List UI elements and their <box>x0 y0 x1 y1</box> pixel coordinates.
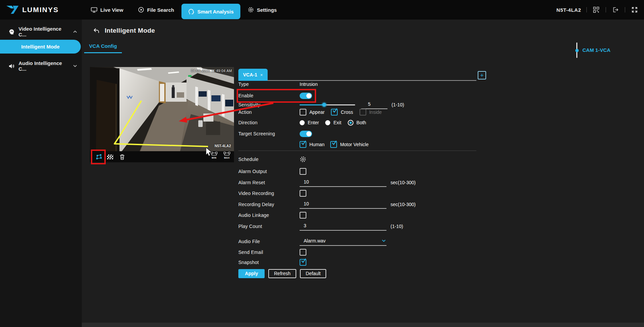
cross-checkbox[interactable]: Cross <box>331 109 353 116</box>
checkbox-box <box>300 190 306 197</box>
motor-vehicle-checkbox[interactable]: Motor Vehicle <box>330 141 369 148</box>
sensitivity-range: (1-10) <box>392 102 404 107</box>
nav-live-view[interactable]: Live View <box>83 0 131 20</box>
marker-dot-icon[interactable] <box>575 49 579 52</box>
video-recording-checkbox[interactable] <box>300 190 306 197</box>
recording-delay-unit: sec(10-300) <box>391 202 416 207</box>
logout-icon[interactable] <box>611 6 619 14</box>
max-size-button[interactable]: MAX <box>221 152 233 159</box>
both-radio[interactable]: Both <box>348 120 366 126</box>
nav-settings[interactable]: Settings <box>240 0 284 20</box>
enter-label: Enter <box>308 120 319 125</box>
inside-checkbox: Inside <box>360 109 382 116</box>
nav-smart-analysis-label: Smart Analysis <box>197 9 234 14</box>
checkbox-box-checked <box>331 109 338 116</box>
cam-1-vca-link[interactable]: CAM 1-VCA <box>582 47 610 53</box>
audio-file-label: Audio File <box>238 239 300 244</box>
alarm-reset-unit: sec(10-300) <box>391 180 416 185</box>
apply-button[interactable]: Apply <box>238 269 265 278</box>
audio-intelligence-icon <box>9 64 14 69</box>
nav-smart-analysis[interactable]: Smart Analysis <box>181 4 240 19</box>
gear-icon <box>300 156 306 163</box>
chevron-down-icon <box>382 239 386 242</box>
appear-label: Appear <box>309 109 325 115</box>
refresh-button[interactable]: Refresh <box>268 269 296 278</box>
action-label: Action <box>238 109 300 115</box>
sidebar-item-label: Intelligent Mode <box>21 44 60 50</box>
sidebar-item-video-intelligence[interactable]: Video Intelligence C... <box>0 24 82 39</box>
radio-circle <box>300 120 305 125</box>
check-icon <box>301 140 307 146</box>
max-label: MAX <box>224 157 230 159</box>
enable-toggle[interactable] <box>300 93 312 99</box>
send-email-row: Send Email <box>238 247 487 257</box>
video-canvas[interactable]: 04-04-2025 11:49:04 AM N5T-4LA2 <box>90 67 234 151</box>
alarm-reset-row: Alarm Reset sec(10-300) <box>238 177 487 188</box>
both-label: Both <box>357 120 366 125</box>
min-size-icon <box>211 152 217 156</box>
play-count-range: (1-10) <box>391 224 403 229</box>
schedule-row: Schedule <box>238 154 487 164</box>
max-size-icon <box>224 152 230 156</box>
target-screening-toggle[interactable] <box>300 131 312 137</box>
exit-radio[interactable]: Exit <box>325 120 341 125</box>
nav-file-search[interactable]: File Search <box>131 0 181 20</box>
horizontal-scrollbar[interactable] <box>82 323 644 327</box>
draw-toolbar: MIN MAX <box>90 151 234 162</box>
audio-linkage-row: Audio Linkage <box>238 210 487 220</box>
delete-region-button[interactable] <box>118 151 126 162</box>
play-count-input[interactable] <box>300 222 386 231</box>
enter-radio[interactable]: Enter <box>300 120 319 125</box>
human-checkbox[interactable]: Human <box>300 141 325 148</box>
checkbox-box-disabled <box>360 109 366 116</box>
chevron-down-icon <box>73 65 77 67</box>
sidebar-item-audio-intelligence[interactable]: Audio Intelligence C... <box>0 59 82 73</box>
default-button[interactable]: Default <box>300 269 326 278</box>
fullscreen-icon[interactable] <box>631 6 639 14</box>
human-label: Human <box>309 142 325 147</box>
cross-label: Cross <box>341 109 353 115</box>
camera-preview: 04-04-2025 11:49:04 AM N5T-4LA2 MIN MAX <box>90 67 234 162</box>
draw-polygon-tool-button[interactable] <box>94 151 104 162</box>
snapshot-checkbox[interactable] <box>300 259 306 266</box>
alarm-output-checkbox[interactable] <box>300 168 306 175</box>
check-icon <box>301 258 307 264</box>
video-timestamp: 04-04-2025 11:49:04 AM <box>191 69 232 73</box>
motor-vehicle-label: Motor Vehicle <box>340 142 369 147</box>
app-window: LUMINYS Live View File Search Smart Anal… <box>0 0 644 327</box>
audio-file-select[interactable]: Alarm.wav <box>300 237 386 246</box>
schedule-settings-button[interactable] <box>300 156 306 163</box>
add-vca-button[interactable]: + <box>478 71 486 79</box>
audio-linkage-label: Audio Linkage <box>238 212 300 218</box>
schedule-label: Schedule <box>238 157 300 162</box>
video-intelligence-icon <box>9 29 14 35</box>
min-label: MIN <box>212 157 216 159</box>
check-icon <box>332 107 338 113</box>
toggle-knob <box>306 93 311 98</box>
slider-thumb[interactable] <box>322 103 326 107</box>
send-email-checkbox[interactable] <box>300 249 306 256</box>
pixelate-mask-button[interactable] <box>106 151 114 162</box>
tab-vca-config[interactable]: VCA Config <box>84 43 122 53</box>
video-recording-row: Video Recording <box>238 188 487 198</box>
min-size-button[interactable]: MIN <box>208 152 220 159</box>
separator <box>625 7 625 12</box>
history-icon <box>138 7 144 13</box>
sidebar-item-intelligent-mode[interactable]: Intelligent Mode <box>0 40 81 54</box>
form-buttons-row: Apply Refresh Default <box>238 269 487 278</box>
close-icon[interactable]: × <box>260 72 263 77</box>
type-label: Type <box>238 81 300 87</box>
alarm-reset-input[interactable] <box>300 178 386 187</box>
qr-code-icon[interactable] <box>592 6 600 14</box>
audio-linkage-checkbox[interactable] <box>300 212 306 219</box>
recording-delay-input[interactable] <box>300 200 386 209</box>
back-icon[interactable] <box>93 28 99 34</box>
page-title: Intelligent Mode <box>105 27 155 34</box>
target-screening-label: Target Screening <box>238 131 300 136</box>
appear-checkbox[interactable]: Appear <box>300 109 325 116</box>
sidebar-item-label: Video Intelligence C... <box>19 26 69 37</box>
recording-delay-label: Recording Delay <box>238 202 300 207</box>
audio-file-value: Alarm.wav <box>304 238 382 243</box>
snapshot-row: Snapshot <box>238 257 487 267</box>
sensitivity-slider[interactable] <box>300 102 355 107</box>
